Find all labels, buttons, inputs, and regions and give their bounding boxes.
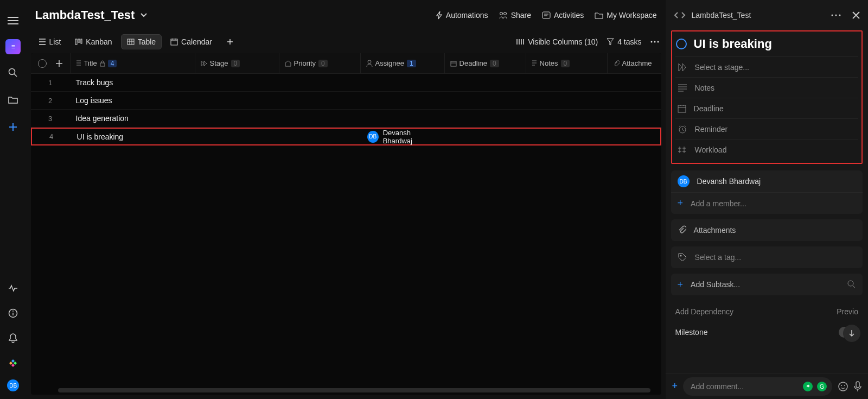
- table-row[interactable]: 3 Idea generation: [31, 110, 661, 128]
- panel-breadcrumb[interactable]: LambdaTest_Test: [692, 11, 751, 20]
- search-icon[interactable]: [4, 64, 22, 81]
- menu-icon[interactable]: [4, 12, 22, 29]
- column-assignee[interactable]: Assignee 1: [360, 53, 444, 73]
- add-subtask-button[interactable]: + Add Subtask...: [671, 274, 863, 295]
- svg-point-30: [839, 15, 841, 16]
- svg-rect-11: [78, 39, 80, 42]
- more-icon[interactable]: [650, 41, 659, 43]
- horizontal-scrollbar[interactable]: [58, 388, 650, 392]
- deadline-field[interactable]: Deadline: [675, 98, 858, 118]
- svg-point-23: [657, 41, 659, 43]
- share-button[interactable]: Share: [499, 11, 531, 20]
- column-priority[interactable]: Priority 0: [279, 53, 360, 73]
- member-row[interactable]: DB Devansh Bhardwaj: [671, 170, 863, 192]
- svg-point-22: [654, 41, 655, 43]
- members-section: DB Devansh Bhardwaj + Add a member...: [671, 170, 863, 214]
- svg-line-39: [853, 286, 855, 288]
- svg-rect-17: [171, 39, 177, 45]
- avatar: DB: [367, 131, 379, 143]
- column-stage[interactable]: Stage 0: [195, 53, 279, 73]
- svg-rect-26: [451, 61, 456, 66]
- svg-line-1: [14, 74, 17, 77]
- table-row[interactable]: 4 UI is breaking DB Devansh Bhardwaj: [31, 128, 661, 145]
- column-attachments[interactable]: Attachme: [607, 53, 661, 73]
- scroll-down-button[interactable]: [843, 325, 860, 342]
- table-row[interactable]: 2 Log issues: [31, 92, 661, 110]
- back-icon[interactable]: [673, 11, 679, 19]
- view-calendar[interactable]: Calendar: [165, 35, 218, 49]
- table-row[interactable]: 1 Track bugs: [31, 74, 661, 92]
- svg-rect-32: [678, 105, 686, 112]
- svg-point-37: [680, 255, 681, 257]
- workload-field[interactable]: Workload: [675, 139, 858, 160]
- app-logo[interactable]: ≡: [5, 39, 21, 54]
- view-list[interactable]: List: [33, 35, 67, 49]
- info-icon[interactable]: [4, 305, 22, 322]
- visible-columns-button[interactable]: Visible Columns (10): [516, 37, 598, 46]
- svg-rect-43: [856, 382, 859, 388]
- view-table[interactable]: Table: [121, 34, 162, 49]
- notes-field[interactable]: Notes: [675, 77, 858, 98]
- automations-button[interactable]: Automations: [436, 11, 488, 20]
- svg-rect-10: [75, 39, 77, 45]
- column-title[interactable]: Title 4: [70, 53, 195, 73]
- activities-button[interactable]: Activities: [542, 11, 584, 20]
- svg-point-0: [9, 69, 15, 75]
- svg-point-41: [841, 385, 842, 386]
- add-member-button[interactable]: + Add a member...: [671, 192, 863, 214]
- avatar: DB: [678, 175, 690, 187]
- task-title[interactable]: UI is breaking: [694, 37, 772, 51]
- svg-point-25: [368, 60, 371, 64]
- forward-icon[interactable]: [681, 11, 686, 19]
- add-row-icon[interactable]: [55, 60, 63, 67]
- status-circle-icon[interactable]: [675, 38, 687, 50]
- stage-field[interactable]: Select a stage...: [675, 56, 858, 77]
- dependency-row[interactable]: Add Dependency Previo: [671, 301, 863, 322]
- svg-point-29: [835, 15, 837, 16]
- more-icon[interactable]: [831, 14, 841, 16]
- comment-input[interactable]: Add comment... ✦ G: [683, 377, 832, 396]
- search-icon[interactable]: [847, 280, 856, 289]
- svg-point-42: [844, 385, 845, 386]
- select-all-checkbox[interactable]: [38, 59, 47, 68]
- apps-icon[interactable]: [4, 354, 22, 372]
- column-notes[interactable]: Notes 0: [526, 53, 607, 73]
- add-view-button[interactable]: [221, 35, 239, 48]
- add-attachment-icon[interactable]: +: [672, 381, 678, 392]
- svg-point-40: [839, 382, 847, 391]
- pulse-icon[interactable]: [4, 280, 22, 297]
- tag-section[interactable]: Select a tag...: [671, 246, 863, 268]
- attachments-section[interactable]: Attachments: [671, 219, 863, 241]
- svg-point-4: [12, 311, 14, 312]
- svg-rect-13: [127, 39, 134, 45]
- svg-rect-24: [100, 63, 105, 66]
- folder-icon[interactable]: [4, 91, 22, 109]
- svg-point-21: [650, 41, 652, 43]
- milestone-row[interactable]: Milestone: [671, 322, 863, 342]
- chevron-down-icon[interactable]: [140, 12, 148, 18]
- filter-button[interactable]: 4 tasks: [607, 37, 641, 46]
- page-title[interactable]: LambdaTest_Test: [35, 8, 135, 22]
- svg-rect-12: [81, 39, 82, 43]
- svg-point-28: [832, 15, 833, 16]
- svg-rect-7: [542, 12, 550, 18]
- view-kanban[interactable]: Kanban: [69, 35, 117, 49]
- mic-icon[interactable]: [854, 381, 861, 392]
- column-deadline[interactable]: Deadline 0: [444, 53, 526, 73]
- svg-point-38: [848, 281, 853, 286]
- bell-icon[interactable]: [4, 330, 22, 347]
- user-avatar[interactable]: DB: [7, 379, 19, 391]
- grammar-badge-1[interactable]: ✦: [803, 382, 813, 391]
- svg-point-31: [676, 39, 686, 49]
- workspace-button[interactable]: My Workspace: [595, 11, 656, 20]
- lock-icon: [100, 60, 105, 67]
- svg-point-5: [500, 12, 502, 15]
- grammar-badge-2[interactable]: G: [817, 382, 827, 391]
- svg-point-6: [503, 12, 506, 15]
- reminder-field[interactable]: Reminder: [675, 118, 858, 139]
- subtask-section: + Add Subtask...: [671, 274, 863, 295]
- add-icon[interactable]: [4, 118, 22, 136]
- close-icon[interactable]: [852, 11, 860, 20]
- emoji-icon[interactable]: [838, 381, 848, 392]
